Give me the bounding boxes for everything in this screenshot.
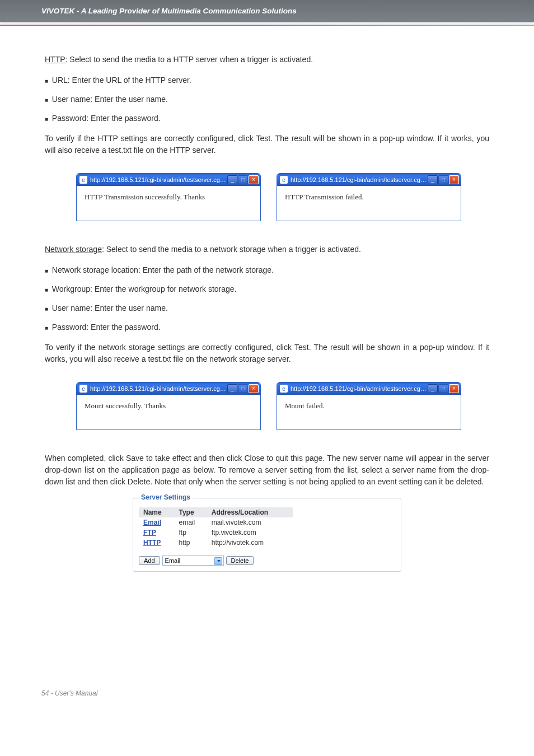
ns-wg-text: Workgroup: Enter the workgroup for netwo… bbox=[52, 284, 237, 293]
save-paragraph: When completed, click Save to take effec… bbox=[45, 452, 489, 488]
minimize-button[interactable]: _ bbox=[227, 175, 237, 184]
close-button[interactable]: × bbox=[449, 175, 459, 184]
server-location: ftp.vivotek.com bbox=[207, 528, 293, 538]
minimize-button[interactable]: _ bbox=[428, 384, 438, 393]
close-button[interactable]: × bbox=[249, 384, 259, 393]
ns-loc-item: Network storage location: Enter the path… bbox=[45, 265, 489, 274]
window-titlebar[interactable]: e http://192.168.5.121/cgi-bin/admin/tes… bbox=[277, 174, 461, 186]
header-title: VIVOTEK - A Leading Provider of Multimed… bbox=[41, 7, 297, 15]
col-type: Type bbox=[174, 507, 207, 517]
server-select[interactable]: Email bbox=[162, 556, 224, 566]
window-body: Mount failed. bbox=[277, 395, 461, 430]
window-body: HTTP Transmission failed. bbox=[277, 186, 461, 221]
header-bar: VIVOTEK - A Leading Provider of Multimed… bbox=[0, 0, 534, 22]
page-footer: 54 - User's Manual bbox=[0, 684, 534, 708]
ie-icon: e bbox=[79, 385, 87, 393]
ns-verify: To verify if the network storage setting… bbox=[45, 342, 489, 365]
server-link-email[interactable]: Email bbox=[143, 519, 161, 526]
page-content: HTTP: Select to send the media to a HTTP… bbox=[0, 26, 534, 572]
ns-user-text: User name: Enter the user name. bbox=[52, 304, 168, 312]
table-row: HTTP http http://vivotek.com bbox=[139, 538, 293, 548]
ns-fail-window: e http://192.168.5.121/cgi-bin/admin/tes… bbox=[277, 382, 461, 430]
http-pass-item: Password: Enter the password. bbox=[45, 114, 489, 123]
http-fail-window: e http://192.168.5.121/cgi-bin/admin/tes… bbox=[277, 173, 461, 221]
ie-icon: e bbox=[280, 385, 288, 393]
ns-pass-item: Password: Enter the password. bbox=[45, 323, 489, 332]
close-button[interactable]: × bbox=[249, 175, 259, 184]
ns-user-item: User name: Enter the user name. bbox=[45, 304, 489, 312]
http-heading-tail: : Select to send the media to a HTTP ser… bbox=[65, 55, 313, 64]
server-location: mail.vivotek.com bbox=[207, 517, 293, 528]
server-link-http[interactable]: HTTP bbox=[143, 539, 161, 547]
window-title: http://192.168.5.121/cgi-bin/admin/tests… bbox=[90, 176, 227, 183]
window-title: http://192.168.5.121/cgi-bin/admin/tests… bbox=[291, 176, 428, 183]
minimize-button[interactable]: _ bbox=[227, 384, 237, 393]
close-button[interactable]: × bbox=[449, 384, 459, 393]
ns-loc-text: Network storage location: Enter the path… bbox=[52, 265, 274, 274]
ns-heading-tail: : Select to send the media to a network … bbox=[102, 245, 361, 254]
table-row: Email email mail.vivotek.com bbox=[139, 517, 293, 528]
ie-icon: e bbox=[79, 176, 87, 184]
http-url-item: URL: Enter the URL of the HTTP server. bbox=[45, 76, 489, 85]
table-row: FTP ftp ftp.vivotek.com bbox=[139, 528, 293, 538]
http-intro: HTTP: Select to send the media to a HTTP… bbox=[45, 54, 489, 66]
http-pass-text: Password: Enter the password. bbox=[52, 114, 161, 123]
server-location: http://vivotek.com bbox=[207, 538, 293, 548]
window-body: HTTP Transmission successfully. Thanks bbox=[77, 186, 260, 221]
http-verify: To verify if the HTTP settings are corre… bbox=[45, 133, 489, 156]
minimize-button[interactable]: _ bbox=[428, 175, 438, 184]
window-title: http://192.168.5.121/cgi-bin/admin/tests… bbox=[291, 385, 428, 392]
maximize-button[interactable]: □ bbox=[238, 384, 248, 393]
server-settings-panel: Server Settings Name Type Address/Locati… bbox=[133, 498, 401, 572]
window-titlebar[interactable]: e http://192.168.5.121/cgi-bin/admin/tes… bbox=[77, 174, 260, 186]
maximize-button[interactable]: □ bbox=[238, 175, 248, 184]
maximize-button[interactable]: □ bbox=[438, 175, 448, 184]
window-title: http://192.168.5.121/cgi-bin/admin/tests… bbox=[90, 385, 227, 392]
server-type: http bbox=[174, 538, 207, 548]
col-name: Name bbox=[139, 507, 174, 517]
ns-heading: Network storage bbox=[45, 245, 102, 254]
server-type: ftp bbox=[174, 528, 207, 538]
ie-icon: e bbox=[280, 176, 288, 184]
server-select-wrap: Email bbox=[162, 556, 224, 566]
http-url-text: URL: Enter the URL of the HTTP server. bbox=[52, 76, 191, 85]
http-popup-row: e http://192.168.5.121/cgi-bin/admin/tes… bbox=[45, 166, 489, 228]
ns-popup-row: e http://192.168.5.121/cgi-bin/admin/tes… bbox=[45, 375, 489, 437]
server-link-ftp[interactable]: FTP bbox=[143, 529, 156, 536]
window-titlebar[interactable]: e http://192.168.5.121/cgi-bin/admin/tes… bbox=[77, 382, 260, 395]
ns-intro: Network storage: Select to send the medi… bbox=[45, 244, 489, 255]
window-titlebar[interactable]: e http://192.168.5.121/cgi-bin/admin/tes… bbox=[277, 382, 461, 395]
server-table: Name Type Address/Location Email email m… bbox=[139, 507, 293, 548]
maximize-button[interactable]: □ bbox=[438, 384, 448, 393]
http-heading: HTTP bbox=[45, 55, 65, 64]
http-success-window: e http://192.168.5.121/cgi-bin/admin/tes… bbox=[76, 173, 261, 221]
ns-wg-item: Workgroup: Enter the workgroup for netwo… bbox=[45, 284, 489, 293]
ns-pass-text: Password: Enter the password. bbox=[52, 323, 161, 332]
col-location: Address/Location bbox=[207, 507, 293, 517]
http-user-item: User name: Enter the user name. bbox=[45, 95, 489, 104]
http-user-text: User name: Enter the user name. bbox=[52, 95, 168, 104]
server-type: email bbox=[174, 517, 207, 528]
ns-success-window: e http://192.168.5.121/cgi-bin/admin/tes… bbox=[76, 382, 261, 430]
server-settings-legend: Server Settings bbox=[139, 493, 193, 501]
delete-button[interactable]: Delete bbox=[226, 556, 254, 565]
window-body: Mount successfully. Thanks bbox=[77, 395, 260, 430]
add-button[interactable]: Add bbox=[139, 556, 160, 565]
